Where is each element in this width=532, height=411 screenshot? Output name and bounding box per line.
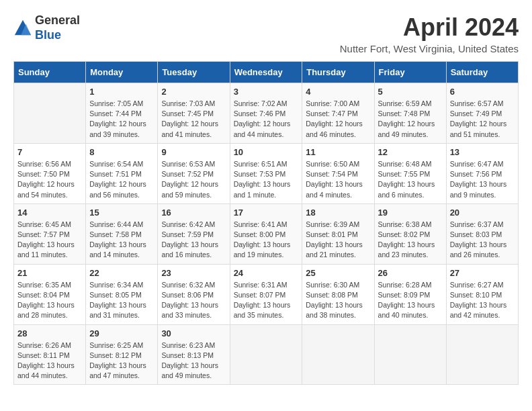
week-row-4: 21Sunrise: 6:35 AMSunset: 8:04 PMDayligh…	[14, 264, 519, 324]
calendar-cell: 27Sunrise: 6:27 AMSunset: 8:10 PMDayligh…	[446, 264, 518, 324]
day-number: 25	[306, 268, 370, 278]
calendar-cell: 4Sunrise: 7:00 AMSunset: 7:47 PMDaylight…	[302, 83, 374, 144]
day-info: Sunrise: 6:25 AMSunset: 8:12 PMDaylight:…	[89, 340, 154, 381]
calendar-cell: 18Sunrise: 6:39 AMSunset: 8:01 PMDayligh…	[302, 203, 374, 264]
calendar-cell	[14, 83, 86, 144]
day-number: 15	[89, 208, 154, 218]
calendar-cell: 16Sunrise: 6:42 AMSunset: 7:59 PMDayligh…	[158, 203, 230, 264]
calendar-cell: 24Sunrise: 6:31 AMSunset: 8:07 PMDayligh…	[230, 264, 302, 324]
calendar-body: 1Sunrise: 7:05 AMSunset: 7:44 PMDaylight…	[14, 83, 519, 385]
day-number: 4	[306, 87, 370, 97]
day-info: Sunrise: 6:30 AMSunset: 8:08 PMDaylight:…	[306, 280, 370, 321]
header-row: SundayMondayTuesdayWednesdayThursdayFrid…	[14, 62, 519, 83]
calendar-cell: 25Sunrise: 6:30 AMSunset: 8:08 PMDayligh…	[302, 264, 374, 324]
day-info: Sunrise: 6:41 AMSunset: 8:00 PMDaylight:…	[234, 220, 299, 261]
day-number: 28	[17, 328, 82, 338]
day-number: 6	[450, 87, 515, 97]
day-info: Sunrise: 6:59 AMSunset: 7:48 PMDaylight:…	[378, 99, 443, 140]
day-info: Sunrise: 6:35 AMSunset: 8:04 PMDaylight:…	[17, 280, 82, 321]
calendar-cell	[302, 324, 374, 385]
day-info: Sunrise: 6:34 AMSunset: 8:05 PMDaylight:…	[89, 280, 154, 321]
col-header-saturday: Saturday	[446, 62, 518, 83]
title-block: April 2024 Nutter Fort, West Virginia, U…	[340, 13, 519, 54]
day-info: Sunrise: 7:02 AMSunset: 7:46 PMDaylight:…	[234, 99, 299, 140]
calendar-header: SundayMondayTuesdayWednesdayThursdayFrid…	[14, 62, 519, 83]
day-info: Sunrise: 6:39 AMSunset: 8:01 PMDaylight:…	[306, 220, 370, 261]
day-number: 2	[161, 87, 226, 97]
day-info: Sunrise: 6:44 AMSunset: 7:58 PMDaylight:…	[89, 220, 154, 261]
day-info: Sunrise: 6:37 AMSunset: 8:03 PMDaylight:…	[450, 220, 515, 261]
day-info: Sunrise: 6:42 AMSunset: 7:59 PMDaylight:…	[161, 220, 226, 261]
col-header-sunday: Sunday	[14, 62, 86, 83]
day-info: Sunrise: 6:48 AMSunset: 7:55 PMDaylight:…	[378, 159, 443, 200]
day-info: Sunrise: 6:51 AMSunset: 7:53 PMDaylight:…	[234, 159, 299, 200]
day-number: 17	[234, 208, 299, 218]
logo-blue-text: Blue	[35, 28, 61, 42]
day-number: 1	[89, 87, 154, 97]
calendar-cell: 5Sunrise: 6:59 AMSunset: 7:48 PMDaylight…	[374, 83, 446, 144]
col-header-tuesday: Tuesday	[158, 62, 230, 83]
day-info: Sunrise: 6:23 AMSunset: 8:13 PMDaylight:…	[161, 340, 226, 381]
calendar-cell: 3Sunrise: 7:02 AMSunset: 7:46 PMDaylight…	[230, 83, 302, 144]
calendar-cell: 28Sunrise: 6:26 AMSunset: 8:11 PMDayligh…	[14, 324, 86, 385]
calendar-cell: 15Sunrise: 6:44 AMSunset: 7:58 PMDayligh…	[86, 203, 158, 264]
calendar-cell: 13Sunrise: 6:47 AMSunset: 7:56 PMDayligh…	[446, 143, 518, 203]
page-header: General Blue April 2024 Nutter Fort, Wes…	[13, 13, 519, 54]
week-row-3: 14Sunrise: 6:45 AMSunset: 7:57 PMDayligh…	[14, 203, 519, 264]
day-number: 19	[378, 208, 443, 218]
calendar-cell: 9Sunrise: 6:53 AMSunset: 7:52 PMDaylight…	[158, 143, 230, 203]
calendar-cell: 26Sunrise: 6:28 AMSunset: 8:09 PMDayligh…	[374, 264, 446, 324]
day-number: 27	[450, 268, 515, 278]
day-number: 23	[161, 268, 226, 278]
calendar-cell: 7Sunrise: 6:56 AMSunset: 7:50 PMDaylight…	[14, 143, 86, 203]
calendar-cell: 22Sunrise: 6:34 AMSunset: 8:05 PMDayligh…	[86, 264, 158, 324]
day-number: 3	[234, 87, 299, 97]
day-info: Sunrise: 6:53 AMSunset: 7:52 PMDaylight:…	[161, 159, 226, 200]
day-info: Sunrise: 7:00 AMSunset: 7:47 PMDaylight:…	[306, 99, 370, 140]
calendar-cell: 30Sunrise: 6:23 AMSunset: 8:13 PMDayligh…	[158, 324, 230, 385]
calendar-cell: 8Sunrise: 6:54 AMSunset: 7:51 PMDaylight…	[86, 143, 158, 203]
day-info: Sunrise: 6:28 AMSunset: 8:09 PMDaylight:…	[378, 280, 443, 321]
calendar-cell	[446, 324, 518, 385]
day-info: Sunrise: 7:03 AMSunset: 7:45 PMDaylight:…	[161, 99, 226, 140]
week-row-5: 28Sunrise: 6:26 AMSunset: 8:11 PMDayligh…	[14, 324, 519, 385]
day-number: 11	[306, 147, 370, 157]
day-number: 29	[89, 328, 154, 338]
day-info: Sunrise: 6:31 AMSunset: 8:07 PMDaylight:…	[234, 280, 299, 321]
calendar-cell: 1Sunrise: 7:05 AMSunset: 7:44 PMDaylight…	[86, 83, 158, 144]
calendar-cell: 14Sunrise: 6:45 AMSunset: 7:57 PMDayligh…	[14, 203, 86, 264]
day-info: Sunrise: 6:56 AMSunset: 7:50 PMDaylight:…	[17, 159, 82, 200]
calendar-cell: 11Sunrise: 6:50 AMSunset: 7:54 PMDayligh…	[302, 143, 374, 203]
calendar-cell: 20Sunrise: 6:37 AMSunset: 8:03 PMDayligh…	[446, 203, 518, 264]
day-info: Sunrise: 6:26 AMSunset: 8:11 PMDaylight:…	[17, 340, 82, 381]
day-info: Sunrise: 6:38 AMSunset: 8:02 PMDaylight:…	[378, 220, 443, 261]
day-number: 24	[234, 268, 299, 278]
day-number: 30	[161, 328, 226, 338]
day-number: 5	[378, 87, 443, 97]
day-info: Sunrise: 6:27 AMSunset: 8:10 PMDaylight:…	[450, 280, 515, 321]
day-number: 26	[378, 268, 443, 278]
day-number: 22	[89, 268, 154, 278]
day-number: 20	[450, 208, 515, 218]
calendar-cell: 17Sunrise: 6:41 AMSunset: 8:00 PMDayligh…	[230, 203, 302, 264]
day-number: 12	[378, 147, 443, 157]
calendar-cell: 29Sunrise: 6:25 AMSunset: 8:12 PMDayligh…	[86, 324, 158, 385]
calendar-cell: 10Sunrise: 6:51 AMSunset: 7:53 PMDayligh…	[230, 143, 302, 203]
day-number: 16	[161, 208, 226, 218]
day-number: 18	[306, 208, 370, 218]
day-number: 8	[89, 147, 154, 157]
calendar-cell: 2Sunrise: 7:03 AMSunset: 7:45 PMDaylight…	[158, 83, 230, 144]
week-row-1: 1Sunrise: 7:05 AMSunset: 7:44 PMDaylight…	[14, 83, 519, 144]
calendar-cell: 19Sunrise: 6:38 AMSunset: 8:02 PMDayligh…	[374, 203, 446, 264]
day-number: 21	[17, 268, 82, 278]
col-header-friday: Friday	[374, 62, 446, 83]
day-number: 9	[161, 147, 226, 157]
day-info: Sunrise: 6:47 AMSunset: 7:56 PMDaylight:…	[450, 159, 515, 200]
week-row-2: 7Sunrise: 6:56 AMSunset: 7:50 PMDaylight…	[14, 143, 519, 203]
day-info: Sunrise: 7:05 AMSunset: 7:44 PMDaylight:…	[89, 99, 154, 140]
calendar-table: SundayMondayTuesdayWednesdayThursdayFrid…	[13, 61, 519, 385]
logo-general-text: General	[35, 13, 80, 27]
day-number: 13	[450, 147, 515, 157]
day-info: Sunrise: 6:54 AMSunset: 7:51 PMDaylight:…	[89, 159, 154, 200]
calendar-cell: 21Sunrise: 6:35 AMSunset: 8:04 PMDayligh…	[14, 264, 86, 324]
